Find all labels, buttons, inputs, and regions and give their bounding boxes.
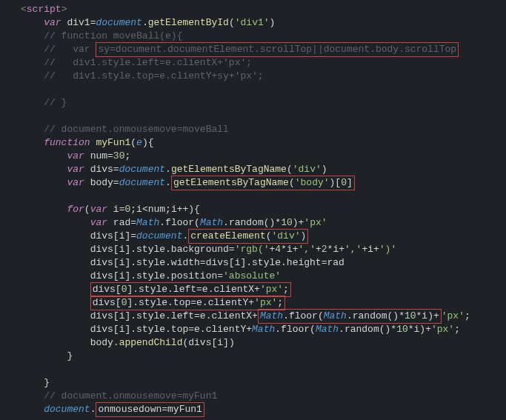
code-line: document.onmousedown=myFun1 xyxy=(21,403,506,416)
code-line xyxy=(21,110,506,123)
highlight-box: Math.floor(Math.random()*10*i)+ xyxy=(258,309,442,324)
code-line: var divs=document.getElementsByTagName('… xyxy=(21,163,506,176)
code-line: // function moveBall(e){ xyxy=(21,30,506,43)
code-line: var num=30; xyxy=(21,150,506,163)
highlight-box: createElement('div') xyxy=(188,229,308,244)
highlight-box: divs[0].style.top=e.clientY+'px'; xyxy=(90,296,286,310)
code-line: divs[0].style.top=e.clientY+'px'; xyxy=(21,296,506,310)
code-line: } xyxy=(21,350,506,363)
code-line: divs[i]=document.createElement('div') xyxy=(21,230,506,243)
code-line: divs[0].style.left=e.clientX+'px'; xyxy=(21,283,506,296)
highlight-box: divs[0].style.left=e.clientX+'px'; xyxy=(90,282,291,297)
highlight-box: getElementsByTagName('body')[0] xyxy=(171,176,355,190)
code-line: divs[i].style.position='absolute' xyxy=(21,270,506,283)
code-editor[interactable]: <script> var div1=document.getElementByI… xyxy=(21,3,506,416)
code-line: // document.onmousemove=myFun1 xyxy=(21,390,506,403)
code-line: // document.onmousemove=moveBall xyxy=(21,123,506,136)
code-line: // } xyxy=(21,96,506,110)
code-line: <script> xyxy=(21,3,506,16)
code-line: // var sy=document.documentElement.scrol… xyxy=(21,43,506,56)
code-line: var div1=document.getElementById('div1') xyxy=(21,16,506,30)
code-line: var body=document.getElementsByTagName('… xyxy=(21,176,506,190)
code-line xyxy=(21,190,506,203)
highlight-box: onmousedown=myFun1 xyxy=(96,402,204,417)
code-line: // div1.style.left=e.clientX+'px'; xyxy=(21,56,506,70)
code-line: function myFun1(e){ xyxy=(21,136,506,150)
highlight-box: sy=document.documentElement.scrollTop||d… xyxy=(96,42,459,57)
code-line: divs[i].style.top=e.clientY+Math.floor(M… xyxy=(21,323,506,336)
code-line: // div1.style.top=e.clientY+sy+'px'; xyxy=(21,70,506,83)
code-line xyxy=(21,363,506,376)
code-line: for(var i=0;i<num;i++){ xyxy=(21,203,506,216)
code-line: divs[i].style.background='rgb('+4*i+','+… xyxy=(21,243,506,256)
code-line: body.appendChild(divs[i]) xyxy=(21,336,506,350)
code-line: } xyxy=(21,376,506,390)
code-line: var rad=Math.floor(Math.random()*10)+'px… xyxy=(21,216,506,230)
code-line: divs[i].style.width=divs[i].style.height… xyxy=(21,256,506,270)
code-line xyxy=(21,83,506,96)
code-line: divs[i].style.left=e.clientX+Math.floor(… xyxy=(21,310,506,323)
